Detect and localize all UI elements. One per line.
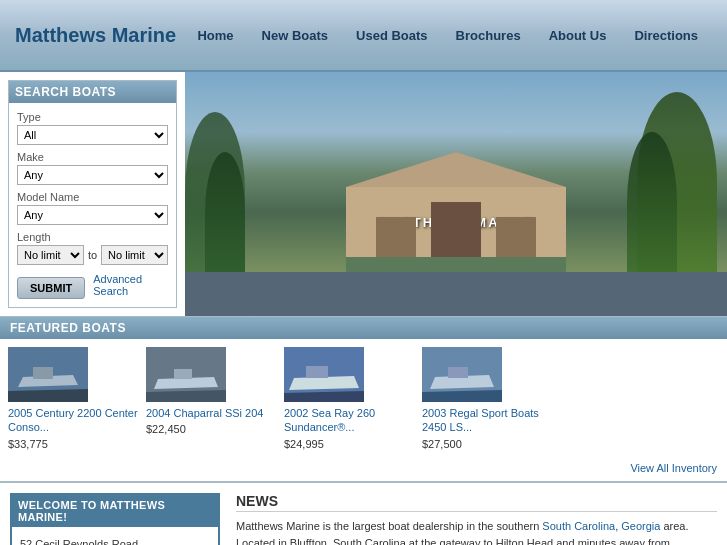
nav-new-boats[interactable]: New Boats [248,20,342,51]
hero-image-area: MATTHEWS MA INE [185,72,727,316]
boat-card-1[interactable]: 2004 Chaparral SSi 204 $22,450 [146,347,276,436]
boat-thumb-2 [284,347,364,402]
hero-image: MATTHEWS MA INE [185,72,727,272]
submit-button[interactable]: SUBMIT [17,277,85,299]
news-link-sc[interactable]: South Carolina [542,520,615,532]
length-label: Length [17,231,168,243]
boat-card-3[interactable]: 2003 Regal Sport Boats 2450 LS... $27,50… [422,347,552,451]
sidebar: SEARCH BOATS Type All Make Any Model Nam… [0,72,185,316]
svg-rect-10 [306,366,328,378]
boat-name-1[interactable]: 2004 Chaparral SSi 204 [146,406,276,420]
svg-marker-15 [422,390,502,402]
type-group: Type All [17,111,168,145]
boats-grid: 2005 Century 2200 Center Conso... $33,77… [0,339,727,459]
length-row: No limit to No limit [17,245,168,265]
svg-rect-14 [448,367,468,378]
site-title[interactable]: Matthews Marine [15,24,176,47]
address-line1: 52 Cecil Reynolds Road [20,535,210,545]
boat-thumb-0 [8,347,88,402]
make-select[interactable]: Any [17,165,168,185]
featured-section-title: FEATURED BOATS [0,317,727,339]
svg-marker-7 [146,390,226,402]
boat-price-2: $24,995 [284,438,324,450]
advanced-search-link[interactable]: Advanced Search [93,273,168,297]
make-label: Make [17,151,168,163]
model-label: Model Name [17,191,168,203]
boat-name-2[interactable]: 2002 Sea Ray 260 Sundancer®... [284,406,414,435]
length-to-select[interactable]: No limit [101,245,168,265]
news-title: NEWS [236,493,717,512]
boat-thumb-1 [146,347,226,402]
contact-box-title: WELCOME TO MATTHEWS MARINE! [12,495,218,527]
boat-price-0: $33,775 [8,438,48,450]
nav-about-us[interactable]: About Us [535,20,621,51]
bottom-section: WELCOME TO MATTHEWS MARINE! 52 Cecil Rey… [0,481,727,545]
news-box: NEWS Matthews Marine is the largest boat… [236,493,717,545]
contact-box: WELCOME TO MATTHEWS MARINE! 52 Cecil Rey… [10,493,220,545]
boat-price-3: $27,500 [422,438,462,450]
boat-card-2[interactable]: 2002 Sea Ray 260 Sundancer®... $24,995 [284,347,414,451]
header: Matthews Marine Home New Boats Used Boat… [0,0,727,72]
boat-name-3[interactable]: 2003 Regal Sport Boats 2450 LS... [422,406,552,435]
news-link-ga[interactable]: Georgia [621,520,660,532]
view-all-link[interactable]: View All Inventory [630,462,717,474]
nav-directions[interactable]: Directions [620,20,712,51]
nav-home[interactable]: Home [183,20,247,51]
nav-used-boats[interactable]: Used Boats [342,20,442,51]
make-group: Make Any [17,151,168,185]
length-from-select[interactable]: No limit [17,245,84,265]
model-group: Model Name Any [17,191,168,225]
boat-card-0[interactable]: 2005 Century 2200 Center Conso... $33,77… [8,347,138,451]
featured-section: FEATURED BOATS 2005 Century 2200 Center … [0,316,727,481]
news-text: Matthews Marine is the largest boat deal… [236,518,717,545]
length-to-separator: to [88,249,97,261]
svg-rect-6 [174,369,192,379]
search-section-title: SEARCH BOATS [9,81,176,103]
type-select[interactable]: All [17,125,168,145]
main-nav: Home New Boats Used Boats Brochures Abou… [183,20,712,51]
nav-brochures[interactable]: Brochures [442,20,535,51]
search-section: SEARCH BOATS Type All Make Any Model Nam… [8,80,177,308]
main-content: SEARCH BOATS Type All Make Any Model Nam… [0,72,727,316]
boat-thumb-3 [422,347,502,402]
boat-price-1: $22,450 [146,423,186,435]
contact-info: 52 Cecil Reynolds Road Bluffton , SC 299… [20,535,210,545]
view-all-inventory: View All Inventory [0,459,727,481]
svg-marker-3 [8,389,88,402]
length-group: Length No limit to No limit [17,231,168,265]
boat-name-0[interactable]: 2005 Century 2200 Center Conso... [8,406,138,435]
svg-rect-2 [33,367,53,379]
svg-marker-9 [289,376,359,390]
type-label: Type [17,111,168,123]
model-select[interactable]: Any [17,205,168,225]
news-body1: Matthews Marine is the largest boat deal… [236,520,542,532]
